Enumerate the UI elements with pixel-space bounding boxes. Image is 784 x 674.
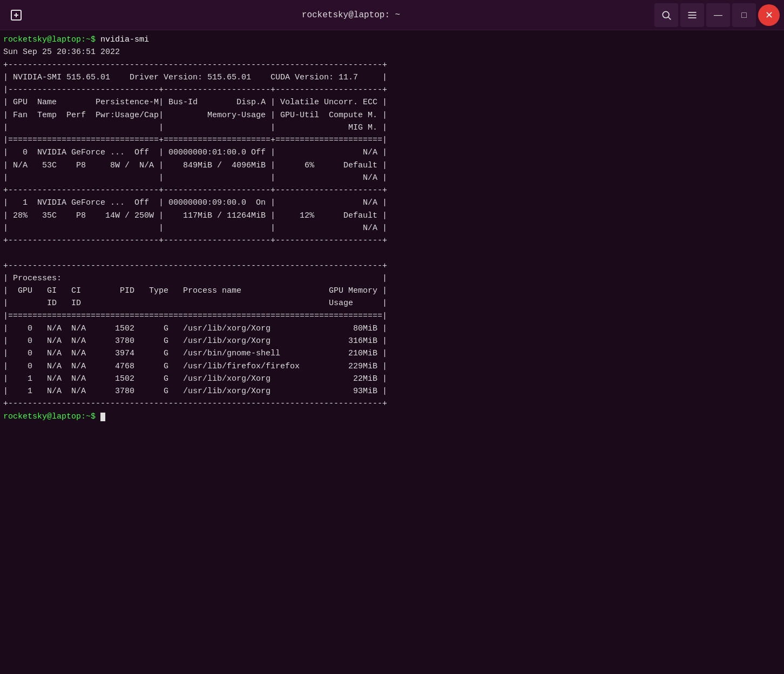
titlebar-title: rocketsky@laptop: ~	[48, 10, 654, 20]
terminal-content: rocketsky@laptop:~$ nvidia-smi Sun Sep 2…	[0, 30, 784, 674]
svg-point-3	[663, 11, 669, 18]
svg-line-4	[668, 17, 671, 19]
menu-button[interactable]	[680, 3, 704, 27]
minimize-button[interactable]: —	[706, 3, 730, 27]
titlebar-left	[4, 3, 48, 27]
maximize-button[interactable]: □	[732, 3, 756, 27]
titlebar-controls: — □ ✕	[654, 3, 780, 27]
terminal-output: rocketsky@laptop:~$ nvidia-smi Sun Sep 2…	[3, 33, 781, 423]
new-tab-button[interactable]	[4, 3, 28, 27]
titlebar: rocketsky@laptop: ~ — □ ✕	[0, 0, 784, 30]
close-button[interactable]: ✕	[758, 4, 780, 26]
search-button[interactable]	[654, 3, 678, 27]
